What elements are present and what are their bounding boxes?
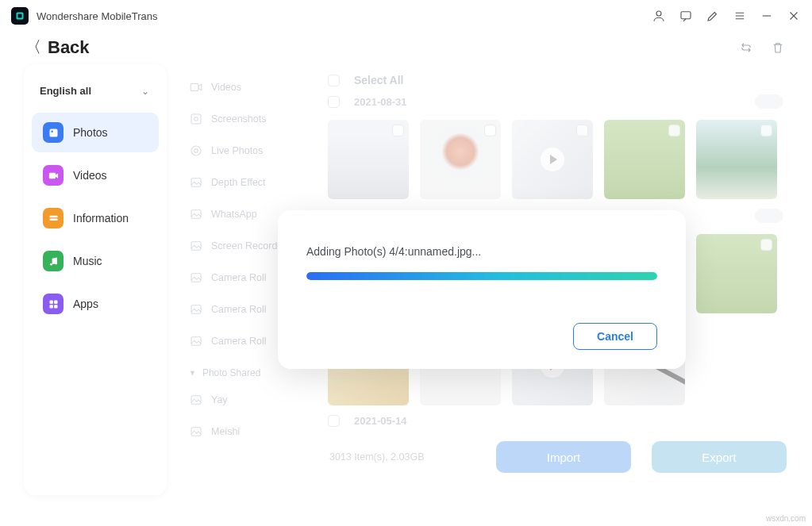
svg-rect-27	[191, 428, 201, 436]
svg-point-5	[51, 130, 53, 132]
thumbnail-checkbox[interactable]	[484, 125, 496, 136]
app-title: Wondershare MobileTrans	[37, 10, 157, 22]
photo-thumbnail[interactable]	[512, 120, 593, 199]
sidebar-item-information[interactable]: Information	[32, 198, 159, 238]
progress-track	[306, 272, 657, 280]
group-date: 2021-05-14	[354, 415, 407, 427]
category-shared-yay[interactable]: Yay	[183, 386, 304, 413]
svg-rect-23	[191, 274, 201, 282]
thumbnail-checkbox[interactable]	[576, 125, 588, 136]
select-all-checkbox[interactable]	[328, 75, 340, 86]
svg-rect-15	[190, 84, 198, 91]
language-selector[interactable]: English all ⌄	[32, 80, 159, 109]
category-label: Camera Roll	[211, 272, 266, 283]
import-button[interactable]: Import	[496, 441, 631, 473]
select-all-label: Select All	[354, 74, 404, 86]
sidebar-item-photos[interactable]: Photos	[32, 113, 159, 152]
sidebar-item-label: Music	[73, 255, 102, 267]
image-icon	[189, 239, 203, 253]
svg-rect-25	[191, 337, 201, 346]
svg-rect-7	[49, 215, 57, 217]
svg-rect-16	[191, 114, 201, 124]
sidebar-item-label: Information	[73, 212, 129, 225]
category-label: Camera Roll	[211, 304, 266, 315]
export-button[interactable]: Export	[652, 441, 787, 473]
close-icon[interactable]	[787, 9, 801, 23]
caret-down-icon: ▼	[189, 369, 196, 377]
sub-bar: 〈 Back	[0, 32, 812, 64]
screenshot-icon	[189, 112, 203, 126]
delete-icon[interactable]	[771, 40, 785, 55]
edit-icon[interactable]	[706, 9, 720, 23]
category-screenshots[interactable]: Screenshots	[183, 106, 304, 132]
group-checkbox[interactable]	[328, 96, 340, 108]
cancel-button[interactable]: Cancel	[573, 323, 657, 350]
select-all-row: Select All	[325, 72, 791, 93]
image-icon	[189, 207, 203, 221]
sidebar-item-label: Apps	[73, 298, 98, 310]
category-videos[interactable]: Videos	[183, 74, 304, 101]
sidebar-item-music[interactable]: Music	[32, 241, 159, 281]
photo-thumbnail[interactable]	[604, 120, 685, 199]
thumb-row-1	[325, 115, 791, 207]
svg-rect-1	[18, 14, 22, 18]
sidebar-item-apps[interactable]: Apps	[32, 284, 159, 324]
image-icon	[189, 175, 203, 190]
category-depth-effect[interactable]: Depth Effect	[183, 169, 304, 196]
category-label: Live Photos	[211, 145, 263, 156]
photo-thumbnail[interactable]	[696, 120, 777, 199]
date-group-row: 2021-05-14	[325, 413, 791, 433]
back-label: Back	[48, 37, 90, 58]
refresh-icon[interactable]	[739, 40, 753, 55]
category-shared-meishi[interactable]: Meishi	[183, 418, 304, 445]
content-footer: 3013 Item(s), 2.03GB Import Export	[325, 433, 791, 473]
minimize-icon[interactable]	[760, 9, 774, 23]
feedback-icon[interactable]	[679, 9, 693, 23]
title-bar: Wondershare MobileTrans	[0, 0, 812, 32]
photos-icon	[43, 122, 63, 143]
thumbnail-checkbox[interactable]	[760, 125, 772, 136]
video-icon	[189, 80, 203, 94]
image-icon	[189, 424, 203, 439]
sidebar-item-videos[interactable]: Videos	[32, 155, 159, 195]
svg-rect-11	[49, 300, 52, 303]
photo-thumbnail[interactable]	[420, 120, 501, 199]
svg-point-19	[191, 146, 201, 155]
image-icon	[189, 393, 203, 407]
watermark: wsxdn.com	[766, 514, 806, 523]
group-count-pill	[755, 94, 783, 109]
photo-thumbnail[interactable]	[328, 120, 409, 199]
thumbnail-checkbox[interactable]	[392, 125, 404, 136]
information-icon	[43, 208, 63, 228]
modal-message: Adding Photo(s) 4/4:unnamed.jpg...	[306, 245, 657, 258]
apps-icon	[43, 294, 63, 314]
language-label: English all	[40, 85, 91, 97]
menu-icon[interactable]	[733, 9, 747, 23]
back-button[interactable]: 〈 Back	[25, 36, 90, 58]
sidebar: English all ⌄ Photos Videos Information …	[24, 64, 167, 495]
chevron-left-icon: 〈	[25, 36, 41, 58]
svg-rect-20	[191, 179, 201, 187]
svg-point-9	[49, 263, 52, 265]
category-live-photos[interactable]: Live Photos	[183, 137, 304, 164]
svg-rect-12	[54, 300, 57, 303]
progress-fill	[306, 272, 657, 280]
account-icon[interactable]	[652, 9, 666, 23]
svg-point-10	[55, 262, 57, 264]
svg-rect-13	[49, 305, 52, 308]
photo-thumbnail[interactable]	[696, 234, 777, 313]
image-icon	[189, 302, 203, 317]
thumbnail-checkbox[interactable]	[760, 239, 772, 251]
app-logo	[11, 7, 29, 25]
group-date: 2021-08-31	[354, 96, 407, 108]
videos-icon	[43, 165, 63, 186]
category-label: Screen Recorder	[211, 240, 287, 251]
category-label: Depth Effect	[211, 177, 266, 188]
live-photo-icon	[189, 144, 203, 158]
sidebar-item-label: Videos	[73, 169, 107, 182]
chevron-down-icon: ⌄	[141, 86, 149, 97]
group-checkbox[interactable]	[328, 415, 340, 427]
sidebar-item-label: Photos	[73, 126, 108, 139]
image-icon	[189, 334, 203, 348]
thumbnail-checkbox[interactable]	[668, 125, 680, 136]
